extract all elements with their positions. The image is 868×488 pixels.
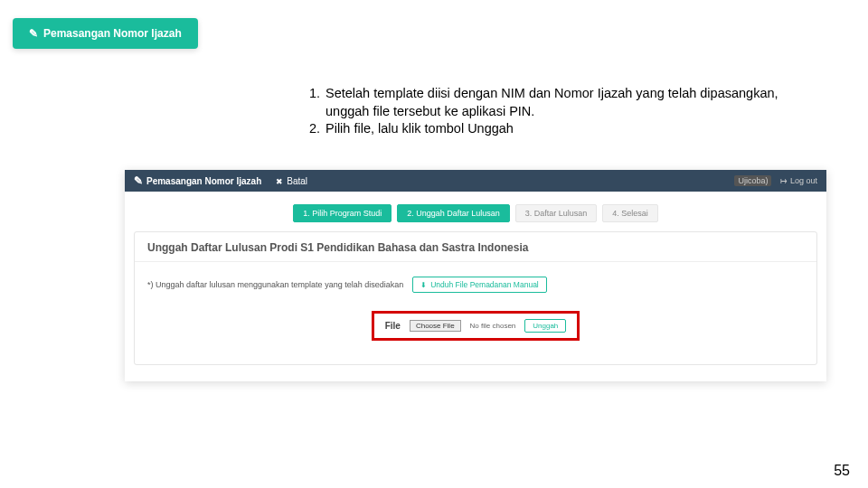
instruction-number: 2. [306,120,326,138]
panel-title: Unggah Daftar Lulusan Prodi S1 Pendidika… [135,232,816,262]
panel-note-row: *) Unggah daftar lulusan menggunakan tem… [135,262,816,305]
instruction-text: Pilih file, lalu klik tombol Unggah [326,120,814,138]
pencil-icon [29,27,38,40]
step-4[interactable]: 4. Selesai [602,204,658,222]
upload-button[interactable]: Unggah [524,319,566,333]
panel-note-text: *) Unggah daftar lulusan menggunakan tem… [147,280,403,289]
file-chosen-text: No file chosen [470,322,516,330]
cancel-link[interactable]: Batal [276,176,307,186]
app-topbar: Pemasangan Nomor Ijazah Batal Ujicoba) ↦… [125,170,826,192]
breadcrumb-label: Pemasangan Nomor Ijazah [146,176,261,186]
pencil-icon [134,174,143,187]
choose-file-button[interactable]: Choose File [410,320,461,332]
page-number: 55 [834,463,850,479]
title-badge-label: Pemasangan Nomor Ijazah [43,27,182,40]
app-screenshot: Pemasangan Nomor Ijazah Batal Ujicoba) ↦… [125,170,826,381]
logout-link[interactable]: ↦ Log out [780,176,817,185]
wizard-steps: 1. Pilih Program Studi 2. Unggah Daftar … [125,192,826,231]
download-template-button[interactable]: Unduh File Pemadanan Manual [412,277,547,293]
instruction-number: 1. [306,85,326,120]
user-tag: Ujicoba) [734,175,771,186]
title-badge: Pemasangan Nomor Ijazah [13,18,198,49]
breadcrumb[interactable]: Pemasangan Nomor Ijazah [134,174,261,187]
upload-panel: Unggah Daftar Lulusan Prodi S1 Pendidika… [134,231,817,365]
step-2[interactable]: 2. Unggah Daftar Lulusan [397,204,510,222]
step-1[interactable]: 1. Pilih Program Studi [293,204,392,222]
file-upload-row: File Choose File No file chosen Unggah [372,311,580,341]
step-3[interactable]: 3. Daftar Lulusan [515,204,598,222]
instructions-list: 1. Setelah template diisi dengan NIM dan… [306,85,814,138]
instruction-text: Setelah template diisi dengan NIM dan No… [326,85,814,120]
file-label: File [385,321,401,331]
